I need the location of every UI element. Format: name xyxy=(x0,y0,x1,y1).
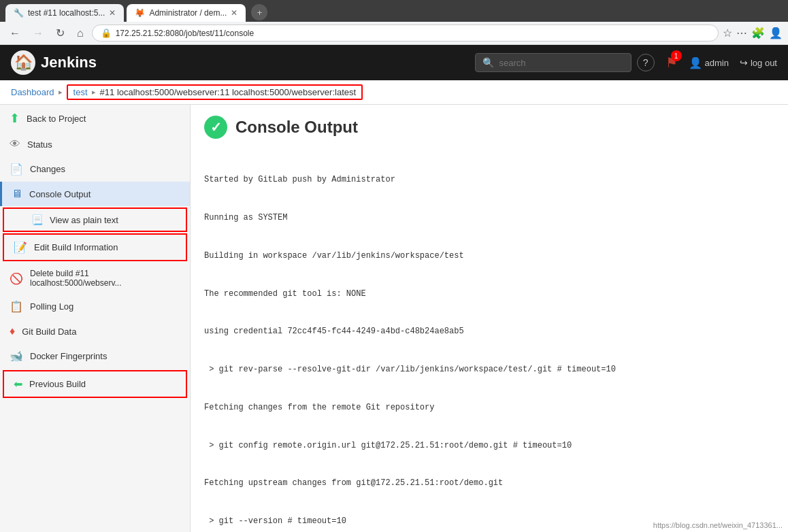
search-input[interactable] xyxy=(499,58,624,68)
status-icon: 👁 xyxy=(10,138,20,150)
sidebar-item-previous-build[interactable]: ⬅ Previous Build xyxy=(3,370,187,398)
test-link[interactable]: test xyxy=(73,87,88,97)
logout-icon: ↪ xyxy=(740,57,748,68)
log-line-0: Started by GitLab push by Administrator xyxy=(204,173,774,186)
search-icon: 🔍 xyxy=(482,57,494,68)
extensions-icon[interactable]: 🧩 xyxy=(751,27,765,39)
tab-close-admin[interactable]: ✕ xyxy=(231,8,237,18)
logout-button[interactable]: ↪ log out xyxy=(740,57,777,68)
console-title: ✓ Console Output xyxy=(204,116,774,139)
back-to-project-icon: ⬆ xyxy=(10,111,20,126)
jenkins-logo: 🏠 Jenkins xyxy=(11,50,97,75)
console-output-area: ✓ Console Output Started by GitLab push … xyxy=(191,105,788,532)
changes-icon: 📄 xyxy=(10,163,23,176)
console-log: Started by GitLab push by Administrator … xyxy=(204,148,774,532)
delete-build-label: Delete build #11 localhost:5000/webserv.… xyxy=(30,269,180,288)
browser-tab-test[interactable]: 🔧 test #11 localhost:5... ✕ xyxy=(5,4,124,22)
url-text: 172.25.21.52:8080/job/test/11/console xyxy=(116,29,255,38)
jenkins-logo-text: Jenkins xyxy=(41,54,97,71)
new-tab-button[interactable]: + xyxy=(251,4,267,20)
search-container: 🔍 ? xyxy=(475,53,655,72)
log-line-6: Fetching changes from the remote Git rep… xyxy=(204,401,774,414)
tab-close-test[interactable]: ✕ xyxy=(109,8,116,18)
sidebar: ⬆ Back to Project 👁 Status 📄 Changes 🖥 C… xyxy=(0,105,191,532)
tab-label-test: test #11 localhost:5... xyxy=(28,8,105,18)
reload-button[interactable]: ↻ xyxy=(52,25,69,41)
watermark: https://blog.csdn.net/weixin_4713361... xyxy=(653,521,783,529)
breadcrumb-arrow-2: ▸ xyxy=(92,88,96,97)
sidebar-item-back-to-project[interactable]: ⬆ Back to Project xyxy=(0,105,190,132)
sidebar-item-status[interactable]: 👁 Status xyxy=(0,132,190,156)
breadcrumb-current: #11 localhost:5000/webserver:11 localhos… xyxy=(100,87,357,97)
docker-fingerprints-icon: 🐋 xyxy=(10,350,23,363)
sidebar-item-console-output[interactable]: 🖥 Console Output xyxy=(0,182,190,206)
dashboard-link[interactable]: Dashboard xyxy=(11,87,54,97)
forward-button[interactable]: → xyxy=(29,26,48,41)
log-line-3: The recommended git tool is: NONE xyxy=(204,288,774,301)
back-to-project-label: Back to Project xyxy=(27,114,86,124)
log-line-1: Running as SYSTEM xyxy=(204,212,774,225)
bookmark-icon[interactable]: ☆ xyxy=(723,27,732,39)
sidebar-item-docker-fingerprints[interactable]: 🐋 Docker Fingerprints xyxy=(0,344,190,369)
lock-icon: 🔒 xyxy=(101,28,112,38)
edit-build-info-label: Edit Build Information xyxy=(34,242,118,252)
notification-badge: 1 xyxy=(671,50,682,61)
tab-icon-admin: 🦊 xyxy=(135,8,145,18)
changes-label: Changes xyxy=(30,164,65,174)
delete-build-icon: 🚫 xyxy=(10,272,23,285)
polling-log-icon: 📋 xyxy=(10,300,23,313)
home-button[interactable]: ⌂ xyxy=(73,26,88,41)
page-title: Console Output xyxy=(235,118,358,137)
status-label: Status xyxy=(27,139,52,150)
view-as-plain-icon: 📃 xyxy=(31,214,43,225)
browser-tab-admin[interactable]: 🦊 Administrator / dem... ✕ xyxy=(127,4,246,22)
view-as-plain-label: View as plain text xyxy=(50,215,118,225)
edit-build-info-icon: 📝 xyxy=(14,241,27,254)
log-line-8: Fetching upstream changes from git@172.2… xyxy=(204,477,774,490)
tab-icon-test: 🔧 xyxy=(14,8,24,18)
address-bar[interactable]: 🔒 172.25.21.52:8080/job/test/11/console xyxy=(92,24,719,41)
sidebar-item-view-as-plain[interactable]: 📃 View as plain text xyxy=(3,207,187,232)
jenkins-logo-icon: 🏠 xyxy=(11,50,35,75)
user-label: admin xyxy=(705,58,729,68)
previous-build-label: Previous Build xyxy=(29,379,86,389)
user-icon: 👤 xyxy=(689,56,702,69)
tab-label-admin: Administrator / dem... xyxy=(149,8,227,18)
success-icon: ✓ xyxy=(204,116,227,139)
log-line-2: Building in workspace /var/lib/jenkins/w… xyxy=(204,250,774,263)
breadcrumb-arrow-1: ▸ xyxy=(59,88,63,97)
sidebar-item-polling-log[interactable]: 📋 Polling Log xyxy=(0,294,190,319)
logout-label: log out xyxy=(751,58,777,68)
menu-icon[interactable]: ⋯ xyxy=(736,27,747,39)
notifications-button[interactable]: ⚑ 1 xyxy=(666,54,678,71)
git-build-data-icon: ♦ xyxy=(10,325,15,337)
breadcrumb-highlight: test ▸ #11 localhost:5000/webserver:11 l… xyxy=(67,84,363,100)
profile-icon[interactable]: 👤 xyxy=(769,27,783,39)
docker-fingerprints-label: Docker Fingerprints xyxy=(30,351,107,361)
polling-log-label: Polling Log xyxy=(30,301,73,312)
console-output-label: Console Output xyxy=(29,189,91,199)
sidebar-item-changes[interactable]: 📄 Changes xyxy=(0,156,190,182)
back-button[interactable]: ← xyxy=(5,26,24,41)
previous-build-icon: ⬅ xyxy=(14,378,22,390)
user-menu[interactable]: 👤 admin xyxy=(689,56,729,69)
log-line-7: > git config remote.origin.url git@172.2… xyxy=(204,439,774,452)
sidebar-item-git-build-data[interactable]: ♦ Git Build Data xyxy=(0,319,190,344)
console-output-icon: 🖥 xyxy=(12,188,22,200)
sidebar-item-edit-build-info[interactable]: 📝 Edit Build Information xyxy=(3,233,187,261)
log-line-5: > git rev-parse --resolve-git-dir /var/l… xyxy=(204,363,774,376)
git-build-data-label: Git Build Data xyxy=(22,327,76,337)
help-button[interactable]: ? xyxy=(637,54,655,71)
sidebar-item-delete-build[interactable]: 🚫 Delete build #11 localhost:5000/webser… xyxy=(0,263,190,294)
log-line-4: using credential 72cc4f45-fc44-4249-a4bd… xyxy=(204,325,774,338)
